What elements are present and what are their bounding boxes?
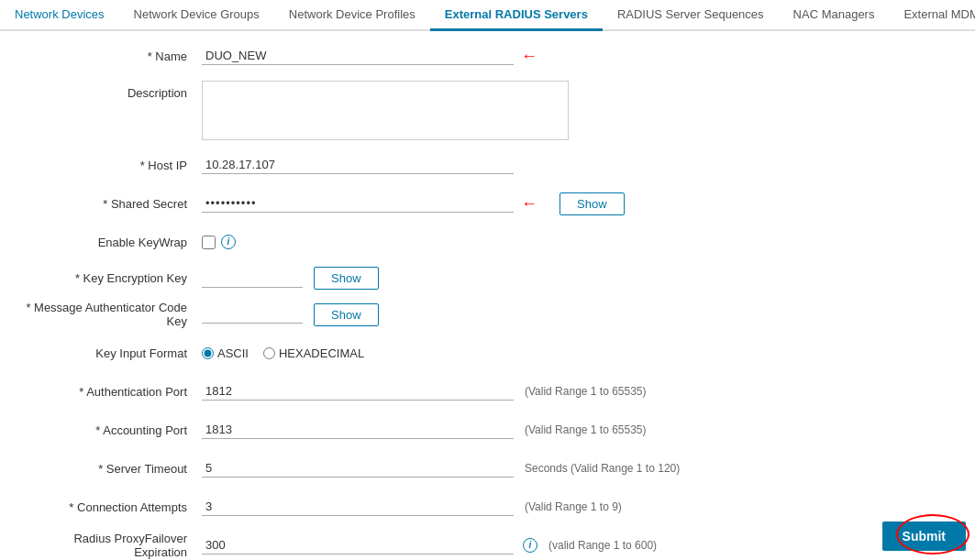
- connection-attempts-row: * Connection Attempts (Valid Range 1 to …: [18, 493, 957, 521]
- proxy-failover-input[interactable]: [202, 536, 514, 555]
- message-auth-input[interactable]: [202, 305, 303, 324]
- hexadecimal-radio-label[interactable]: HEXADECIMAL: [263, 346, 364, 360]
- connection-attempts-label: * Connection Attempts: [18, 500, 202, 514]
- proxy-failover-label: Radius ProxyFailover Expiration: [18, 532, 202, 559]
- key-input-format-radios: ASCII HEXADECIMAL: [202, 346, 364, 360]
- hexadecimal-label: HEXADECIMAL: [279, 346, 364, 360]
- message-auth-label: * Message Authenticator Code Key: [18, 301, 202, 328]
- name-label: * Name: [18, 49, 202, 63]
- shared-secret-show-button[interactable]: Show: [560, 192, 625, 215]
- message-auth-code-row: * Message Authenticator Code Key Show: [18, 301, 957, 328]
- enable-keywrap-row: Enable KeyWrap i: [18, 228, 957, 256]
- submit-area: Submit: [882, 522, 966, 551]
- shared-secret-arrow-annotation: ←: [521, 194, 537, 214]
- server-timeout-label: * Server Timeout: [18, 462, 202, 476]
- name-arrow-annotation: ←: [521, 47, 537, 66]
- tab-nac-managers[interactable]: NAC Managers: [779, 0, 890, 31]
- name-input[interactable]: [202, 47, 514, 65]
- auth-port-hint: (Valid Range 1 to 65535): [525, 385, 647, 398]
- submit-button[interactable]: Submit: [882, 522, 966, 551]
- auth-port-row: * Authentication Port (Valid Range 1 to …: [18, 378, 957, 405]
- key-encryption-key-label: * Key Encryption Key: [18, 271, 202, 285]
- tab-radius-server-sequences[interactable]: RADIUS Server Sequences: [603, 0, 779, 31]
- tab-network-device-groups[interactable]: Network Device Groups: [119, 0, 274, 31]
- ascii-radio-label[interactable]: ASCII: [202, 346, 249, 360]
- description-label: Description: [18, 81, 202, 100]
- tab-external-mdm[interactable]: External MDM: [889, 0, 975, 31]
- ascii-radio[interactable]: [202, 347, 214, 359]
- accounting-port-input[interactable]: [202, 421, 514, 439]
- enable-keywrap-checkbox[interactable]: [202, 236, 216, 249]
- tab-network-devices[interactable]: Network Devices: [0, 0, 119, 31]
- shared-secret-row: * Shared Secret ← Show: [18, 190, 957, 217]
- accounting-port-label: * Accounting Port: [18, 423, 202, 437]
- accounting-port-row: * Accounting Port (Valid Range 1 to 6553…: [18, 416, 957, 444]
- proxy-failover-info-icon[interactable]: i: [523, 538, 537, 553]
- auth-port-input[interactable]: [202, 382, 514, 401]
- host-ip-label: * Host IP: [18, 159, 202, 172]
- enable-keywrap-info-icon[interactable]: i: [221, 235, 236, 249]
- proxy-failover-row: Radius ProxyFailover Expiration i (valid…: [18, 532, 957, 559]
- connection-attempts-input[interactable]: [202, 498, 514, 516]
- key-encryption-key-input[interactable]: [202, 269, 303, 288]
- form-area: * Name ← Description * Host IP * Shared …: [0, 31, 975, 560]
- key-encryption-show-button[interactable]: Show: [314, 267, 379, 290]
- proxy-failover-hint: (valid Range 1 to 600): [548, 539, 657, 552]
- description-row: Description: [18, 81, 957, 140]
- description-textarea[interactable]: [202, 81, 569, 140]
- connection-attempts-hint: (Valid Range 1 to 9): [525, 500, 622, 513]
- auth-port-label: * Authentication Port: [18, 385, 202, 399]
- enable-keywrap-label: Enable KeyWrap: [18, 236, 202, 249]
- host-ip-row: * Host IP: [18, 151, 957, 179]
- key-input-format-label: Key Input Format: [18, 346, 202, 360]
- hexadecimal-radio[interactable]: [263, 347, 275, 359]
- shared-secret-input[interactable]: [202, 194, 514, 213]
- server-timeout-input[interactable]: [202, 459, 514, 478]
- tab-external-radius-servers[interactable]: External RADIUS Servers: [430, 0, 603, 31]
- host-ip-input[interactable]: [202, 156, 514, 174]
- accounting-port-hint: (Valid Range 1 to 65535): [525, 423, 647, 436]
- tab-network-device-profiles[interactable]: Network Device Profiles: [274, 0, 430, 31]
- shared-secret-label: * Shared Secret: [18, 197, 202, 211]
- ascii-label: ASCII: [217, 346, 249, 360]
- key-input-format-row: Key Input Format ASCII HEXADECIMAL: [18, 339, 957, 367]
- name-row: * Name ←: [18, 42, 957, 70]
- tab-bar: Network DevicesNetwork Device GroupsNetw…: [0, 0, 975, 31]
- server-timeout-hint: Seconds (Valid Range 1 to 120): [525, 462, 680, 475]
- key-encryption-key-row: * Key Encryption Key Show: [18, 267, 957, 290]
- server-timeout-row: * Server Timeout Seconds (Valid Range 1 …: [18, 455, 957, 482]
- message-auth-show-button[interactable]: Show: [314, 303, 379, 326]
